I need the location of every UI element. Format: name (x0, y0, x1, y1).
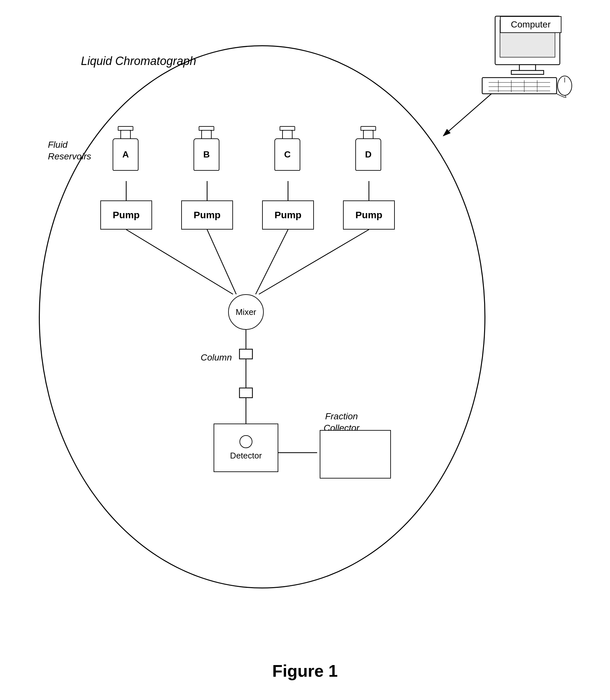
pump-a: Pump (100, 200, 152, 230)
svg-point-28 (558, 76, 572, 95)
bottle-neck-a (121, 130, 131, 139)
svg-rect-19 (511, 70, 544, 74)
reservoir-b: B (193, 126, 220, 171)
svg-rect-18 (519, 65, 535, 71)
reservoir-d: D (355, 126, 381, 171)
bottle-body-a: A (113, 138, 139, 171)
bottle-body-d: D (355, 138, 381, 171)
bottle-neck-d (363, 130, 373, 139)
detector-label: Detector (230, 451, 262, 461)
diagram-container: Liquid Chromatograph FluidReservoirs (0, 0, 610, 700)
bottle-neck-b (201, 130, 212, 139)
pump-d: Pump (343, 200, 395, 230)
column-label: Column (200, 352, 232, 363)
pump-b: Pump (181, 200, 233, 230)
reservoir-c: C (274, 126, 300, 171)
lc-label: Liquid Chromatograph (81, 54, 196, 68)
computer-label: Computer (500, 16, 561, 33)
svg-line-14 (443, 90, 495, 136)
fraction-collector-box (320, 430, 391, 479)
detector-circle (239, 435, 253, 448)
svg-rect-20 (482, 78, 557, 94)
mixer: Mixer (228, 294, 264, 330)
bottle-body-c: C (274, 138, 300, 171)
fluid-reservoirs-label: FluidReservoirs (48, 139, 91, 163)
figure-caption: Figure 1 (272, 661, 338, 681)
reservoir-a: A (113, 126, 139, 171)
pump-c: Pump (262, 200, 314, 230)
bottle-neck-c (282, 130, 292, 139)
detector-box: Detector (213, 423, 278, 472)
bottle-body-b: B (193, 138, 220, 171)
